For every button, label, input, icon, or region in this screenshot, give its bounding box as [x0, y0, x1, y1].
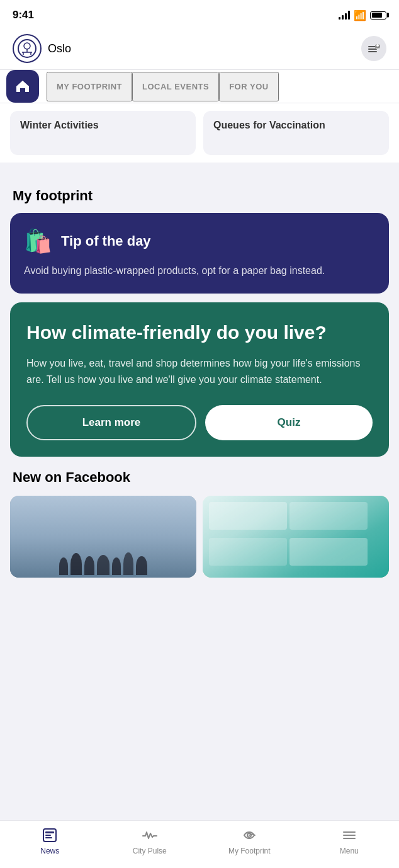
- bottom-tab-news-label: News: [40, 847, 59, 855]
- signal-icon: [339, 11, 350, 20]
- tab-my-footprint[interactable]: MY FOOTPRINT: [47, 72, 132, 101]
- profile-button[interactable]: [361, 36, 386, 61]
- svg-rect-7: [368, 49, 377, 50]
- tab-local-events[interactable]: LOCAL EVENTS: [132, 72, 219, 101]
- svg-rect-8: [368, 51, 377, 52]
- city-name: Oslo: [48, 42, 71, 55]
- oslo-logo-icon: [13, 34, 42, 63]
- bottom-tab-my-footprint[interactable]: My Footprint: [200, 827, 300, 855]
- footprint-section: My footprint 🛍️ Tip of the day Avoid buy…: [0, 175, 399, 457]
- app-header: Oslo: [0, 28, 399, 70]
- tip-title: Tip of the day: [61, 233, 151, 249]
- people-scene-icon: [10, 552, 196, 578]
- climate-card-body: How you live, eat, travel and shop deter…: [26, 355, 373, 387]
- svg-rect-13: [45, 835, 51, 836]
- nav-tabs: MY FOOTPRINT LOCAL EVENTS FOR YOU: [0, 70, 399, 103]
- climate-card: How climate-friendly do you live? How yo…: [10, 302, 389, 457]
- tip-card: 🛍️ Tip of the day Avoid buying plastic-w…: [10, 213, 389, 294]
- bottom-tab-bar: News City Pulse My Footprint Menu: [0, 820, 399, 868]
- scroll-cards-container: Winter Activities Queues for Vaccination: [0, 103, 399, 163]
- news-icon: [42, 827, 58, 843]
- city-pulse-icon: [142, 827, 158, 843]
- facebook-image-right[interactable]: [203, 496, 389, 578]
- my-footprint-icon: [241, 827, 257, 843]
- status-bar: 9:41 📶: [0, 0, 399, 28]
- svg-point-0: [18, 40, 36, 57]
- svg-rect-12: [45, 831, 54, 833]
- battery-icon: [370, 11, 386, 20]
- climate-card-title: How climate-friendly do you live?: [26, 321, 373, 344]
- learn-more-button[interactable]: Learn more: [26, 405, 196, 440]
- wifi-icon: 📶: [354, 9, 366, 21]
- facebook-section-title: New on Facebook: [0, 469, 399, 496]
- facebook-section: New on Facebook: [0, 469, 399, 578]
- bottom-tab-city-pulse[interactable]: City Pulse: [100, 827, 200, 855]
- card-winter-activities[interactable]: Winter Activities: [10, 111, 196, 155]
- facebook-image-left[interactable]: [10, 496, 196, 578]
- tip-header: 🛍️ Tip of the day: [24, 228, 375, 254]
- facebook-images: [0, 496, 399, 578]
- quiz-button[interactable]: Quiz: [205, 405, 373, 440]
- home-tab[interactable]: [6, 70, 39, 103]
- tab-for-you[interactable]: FOR YOU: [219, 72, 279, 101]
- bottom-tab-news[interactable]: News: [0, 827, 100, 855]
- svg-rect-14: [45, 837, 52, 838]
- bottom-tab-menu[interactable]: Menu: [300, 827, 400, 855]
- menu-icon: [341, 827, 357, 843]
- tip-body: Avoid buying plastic-wrapped products, o…: [24, 263, 375, 278]
- tip-bag-icon: 🛍️: [24, 228, 52, 254]
- footprint-section-title: My footprint: [0, 175, 399, 213]
- bottom-tab-my-footprint-label: My Footprint: [228, 847, 271, 855]
- status-icons: 📶: [339, 9, 386, 21]
- header-logo: Oslo: [13, 34, 71, 63]
- bottom-tab-city-pulse-label: City Pulse: [133, 847, 167, 855]
- bottom-tab-menu-label: Menu: [340, 847, 359, 855]
- status-time: 9:41: [13, 9, 34, 21]
- climate-card-buttons: Learn more Quiz: [26, 405, 373, 440]
- card-vaccination[interactable]: Queues for Vaccination: [203, 111, 389, 155]
- svg-point-10: [376, 44, 379, 47]
